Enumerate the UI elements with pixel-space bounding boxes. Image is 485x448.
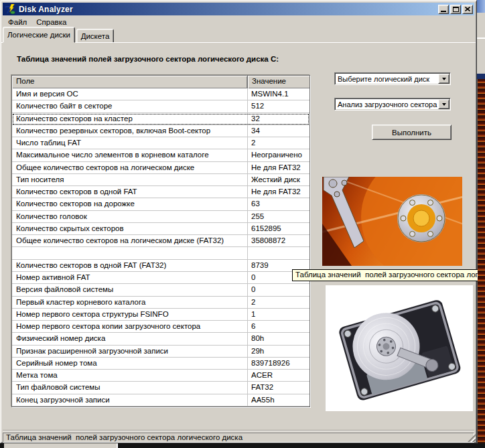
tab-logical-disks[interactable]: Логические диски [3, 27, 75, 43]
table-row[interactable]: Версия файловой системы0 [12, 284, 309, 296]
field-cell: Признак расширенной загрузочной записи [12, 346, 248, 357]
close-button[interactable] [462, 5, 473, 14]
table-row[interactable]: Номер первого сектора копии загрузочного… [12, 321, 309, 333]
chevron-down-icon [442, 78, 446, 82]
value-cell: 2 [248, 137, 309, 149]
status-divider [3, 430, 474, 431]
background-band [477, 74, 485, 79]
background-taskbar-fragment [4, 443, 118, 448]
value-cell: 34 [248, 125, 309, 137]
value-cell [248, 247, 309, 258]
value-cell: Не для FAT32 [248, 186, 309, 198]
field-cell: Тип файловой системы [12, 382, 248, 393]
value-cell: 63 [248, 198, 309, 210]
tab-label: Логические диски [7, 31, 70, 39]
value-cell: 6 [248, 321, 309, 332]
value-cell: AA55h [248, 394, 309, 406]
table-row[interactable]: Имя и версия ОСMSWIN4.1 [12, 88, 309, 100]
maximize-icon [453, 7, 459, 12]
table-row[interactable]: Тип носителяЖесткий диск [12, 174, 309, 186]
app-icon: 7 [5, 4, 15, 15]
combobox-value: Анализ загрузочного сектора [335, 100, 438, 108]
table-row[interactable]: Количество секторов в одной FAT (FAT32)8… [12, 260, 309, 272]
background-window-strip [477, 0, 485, 448]
combobox-value: Выберите логический диск [335, 75, 438, 83]
disk-analyzer-window: 7 Disk Analyzer Файл Справка [0, 0, 477, 443]
field-cell: Метка тома [12, 370, 248, 381]
field-cell: Имя и версия ОС [12, 88, 248, 100]
value-cell: Не для FAT32 [248, 162, 309, 173]
value-cell: 839718926 [248, 358, 309, 369]
value-cell: 6152895 [248, 223, 309, 234]
value-cell: 80h [248, 333, 309, 344]
table-row[interactable]: Количество секторов на кластер32 [12, 113, 309, 125]
status-bar: Таблица значений полей загрузочного сект… [3, 433, 474, 443]
field-cell: Номер активной FAT [12, 272, 248, 283]
hdd-platter-image [322, 177, 462, 266]
column-header-field[interactable]: Поле [12, 76, 248, 88]
close-icon [465, 7, 470, 11]
table-row[interactable]: Количество байт в секторе512 [12, 100, 309, 113]
dropdown-button[interactable] [438, 74, 449, 84]
table-row[interactable]: Физический номер диска80h [12, 333, 309, 345]
field-cell: Количество резервных секторов, включая B… [12, 125, 248, 137]
value-cell: 0 [248, 284, 309, 295]
logical-disk-combobox[interactable]: Выберите логический диск [334, 72, 451, 85]
field-cell: Общее количество секторов на логическом … [12, 162, 248, 173]
analysis-combobox[interactable]: Анализ загрузочного сектора [334, 98, 451, 110]
table-row[interactable]: Количество секторов в одной FATНе для FA… [12, 186, 309, 198]
table-row[interactable]: Номер активной FAT0 [12, 272, 309, 284]
field-cell: Общее количество секторов на логическом … [12, 235, 248, 246]
background-image-fragment [477, 79, 485, 443]
table-row[interactable]: Конец загрузочной записиAA55h [12, 394, 309, 406]
tab-floppy[interactable]: Дискета [76, 29, 114, 43]
table-row[interactable]: Максимальное число элементов в корневом … [12, 149, 309, 161]
table-row[interactable]: Количество головок255 [12, 211, 309, 223]
tooltip: Таблица значений полей загрузочного сект… [292, 269, 478, 281]
field-cell: Номер первого сектора копии загрузочного… [12, 321, 248, 332]
background-titlebar-fragment [477, 0, 485, 13]
field-cell: Версия файловой системы [12, 284, 248, 295]
table-row[interactable]: Признак расширенной загрузочной записи29… [12, 346, 309, 358]
hdd-drive-image [326, 285, 473, 411]
table-row[interactable]: Метка томаACER [12, 370, 309, 382]
minimize-icon [441, 11, 446, 12]
field-cell: Количество байт в секторе [12, 100, 248, 112]
table-row[interactable]: Количество скрытых секторов6152895 [12, 223, 309, 235]
field-cell: Максимальное число элементов в корневом … [12, 149, 248, 161]
field-cell: Количество головок [12, 211, 248, 222]
run-button[interactable]: Выполнить [372, 125, 452, 140]
value-cell: FAT32 [248, 382, 309, 393]
table-row[interactable]: Номер первого сектора структуры FSINFO1 [12, 309, 309, 321]
table-row[interactable]: Общее количество секторов на логическом … [12, 235, 309, 247]
table-row[interactable]: Количество секторов на дорожке63 [12, 198, 309, 210]
table-row[interactable]: Серийный номер тома839718926 [12, 358, 309, 370]
tab-label: Дискета [81, 32, 110, 40]
field-cell: Количество секторов на дорожке [12, 198, 248, 210]
table-row[interactable]: Число таблиц FAT2 [12, 137, 309, 149]
field-cell [12, 247, 248, 258]
value-cell: 1 [248, 309, 309, 320]
maximize-button[interactable] [450, 5, 461, 14]
value-cell: 32 [248, 113, 309, 125]
chevron-down-icon [442, 103, 446, 108]
column-header-value[interactable]: Значение [248, 76, 309, 88]
field-cell: Первый кластер корневого каталога [12, 297, 248, 308]
field-cell: Серийный номер тома [12, 358, 248, 369]
field-cell: Номер первого сектора структуры FSINFO [12, 309, 248, 320]
window-title: Disk Analyzer [19, 5, 73, 14]
table-row[interactable]: Тип файловой системыFAT32 [12, 382, 309, 394]
page-title: Таблица значений полей загрузочного сект… [17, 55, 279, 63]
table-body: Имя и версия ОСMSWIN4.1Количество байт в… [12, 88, 309, 406]
table-row[interactable]: Количество резервных секторов, включая B… [12, 125, 309, 137]
titlebar[interactable]: 7 Disk Analyzer [3, 3, 474, 15]
dropdown-button[interactable] [438, 99, 449, 109]
field-cell: Число таблиц FAT [12, 137, 248, 149]
field-cell: Физический номер диска [12, 333, 248, 344]
table-row[interactable]: Общее количество секторов на логическом … [12, 162, 309, 174]
table-row[interactable]: Первый кластер корневого каталога2 [12, 297, 309, 309]
minimize-button[interactable] [438, 5, 449, 14]
value-cell: ACER [248, 370, 309, 381]
field-cell: Тип носителя [12, 174, 248, 185]
table-row[interactable] [12, 247, 309, 259]
